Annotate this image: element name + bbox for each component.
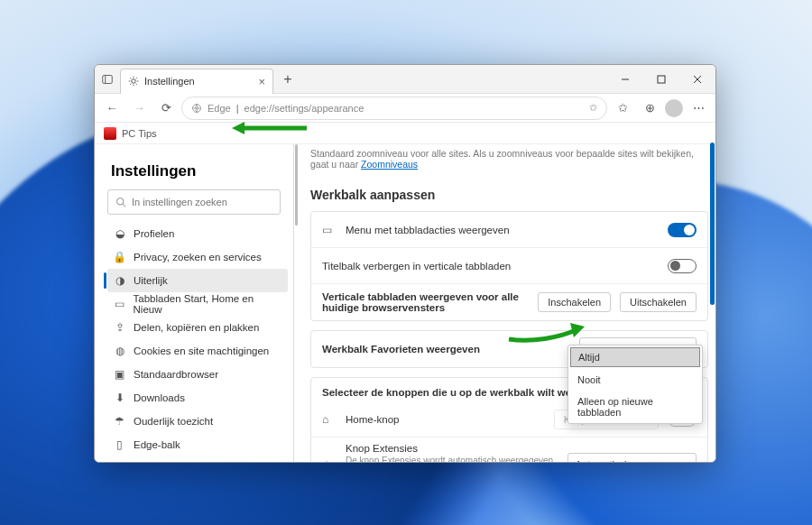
sidebar-item-label: Downloads: [134, 392, 185, 403]
site-info-icon: [191, 103, 202, 114]
settings-search[interactable]: [107, 189, 281, 215]
dropdown-option[interactable]: Altijd: [570, 347, 700, 367]
sidebar-item-paint[interactable]: ◑Uiterlijk: [107, 269, 288, 292]
back-button[interactable]: ←: [100, 97, 124, 120]
home-icon: ⌂: [322, 413, 337, 426]
sidebar-item-family[interactable]: ☂Ouderlijk toezicht: [107, 410, 288, 433]
toggle-hide-title[interactable]: [668, 259, 697, 273]
lock-icon: 🔒: [113, 251, 126, 263]
extensions-icon: ✧: [322, 458, 337, 463]
sidebar-item-label: Profielen: [134, 228, 174, 239]
enable-button[interactable]: Inschakelen: [538, 292, 611, 312]
sidebar-item-edgebar[interactable]: ▯Edge-balk: [107, 433, 288, 456]
page-title: Instellingen: [111, 162, 284, 180]
profile-avatar[interactable]: [665, 99, 683, 117]
extensions-dropdown[interactable]: Automatisch weergeven ⌄: [567, 453, 697, 463]
close-button[interactable]: [679, 65, 715, 94]
row-extensions: ✧ Knop Extensies De knop Extensies wordt…: [311, 438, 707, 462]
sidebar-item-label: Tabbladen Start, Home en Nieuw: [134, 293, 281, 315]
sidebar-item-download[interactable]: ⬇Downloads: [107, 386, 288, 410]
titlebar: Instellingen × +: [95, 65, 715, 94]
sidebar-item-share[interactable]: ⇪Delen, kopiëren en plakken: [107, 316, 288, 339]
browser-window: Instellingen × + ← → ⟳ Edge | edge://set…: [94, 64, 716, 463]
sidebar-item-lock[interactable]: 🔒Privacy, zoeken en services: [107, 245, 288, 269]
svg-rect-0: [103, 75, 113, 83]
tab-icon: ▭: [113, 298, 126, 310]
search-icon: [115, 197, 126, 207]
browser-tab[interactable]: Instellingen ×: [120, 69, 273, 94]
browser-icon: ▣: [113, 368, 126, 381]
zoom-link[interactable]: Zoomniveaus: [361, 159, 418, 170]
sidebar-item-tab[interactable]: ▭Tabbladen Start, Home en Nieuw: [107, 292, 288, 316]
user-icon: ◒: [113, 227, 126, 240]
maximize-button[interactable]: [643, 65, 679, 94]
tab-close-icon[interactable]: ×: [258, 75, 265, 88]
toggle-tab-actions[interactable]: [668, 223, 697, 237]
favorites-dropdown-menu[interactable]: Altijd Nooit Alleen op nieuwe tabbladen: [567, 345, 703, 424]
address-bar[interactable]: Edge | edge://settings/appearance ✩: [181, 97, 607, 120]
sidebar-item-lang[interactable]: AᵇTalen: [107, 456, 288, 462]
row-tab-actions: ▭ Menu met tabbladacties weergeven: [311, 212, 707, 248]
sidebar-item-label: Uiterlijk: [134, 275, 168, 286]
disable-button[interactable]: Uitschakelen: [620, 292, 697, 312]
favorites-icon[interactable]: ✩: [611, 97, 634, 120]
bookmark-favicon: [104, 127, 116, 140]
minimize-button[interactable]: [607, 65, 643, 94]
collections-icon[interactable]: ⊕: [638, 97, 661, 120]
paint-icon: ◑: [113, 274, 126, 287]
sidebar-item-label: Edge-balk: [134, 439, 180, 450]
row-hide-title: Titelbalk verbergen in verticale tabblad…: [311, 248, 707, 284]
tab-title: Instellingen: [144, 76, 253, 87]
dropdown-option[interactable]: Nooit: [568, 369, 702, 391]
tab-actions-icon[interactable]: [95, 74, 120, 85]
menu-button[interactable]: ⋯: [687, 97, 710, 120]
new-tab-button[interactable]: +: [277, 71, 299, 88]
sidebar-item-browser[interactable]: ▣Standaardbrowser: [107, 363, 288, 386]
download-icon: ⬇: [113, 391, 126, 404]
url-text: edge://settings/appearance: [245, 103, 364, 114]
sidebar-item-user[interactable]: ◒Profielen: [107, 222, 288, 245]
settings-sidebar: Instellingen ◒Profielen🔒Privacy, zoeken …: [95, 144, 293, 462]
sidebar-item-cookie[interactable]: ◍Cookies en site machtigingen: [107, 339, 288, 363]
gear-icon: [128, 76, 139, 87]
bookmark-item[interactable]: PC Tips: [122, 128, 157, 139]
cookie-icon: ◍: [113, 345, 126, 357]
bookmarks-bar: PC Tips: [95, 123, 715, 144]
section-heading: Werkbalk aanpassen: [310, 188, 708, 202]
sidebar-item-label: Ouderlijk toezicht: [134, 416, 213, 427]
refresh-button[interactable]: ⟳: [154, 97, 178, 120]
edgebar-icon: ▯: [113, 438, 126, 451]
svg-point-8: [117, 198, 125, 206]
row-vertical-tabs: Verticale tabbladen weergeven voor alle …: [311, 284, 707, 320]
svg-point-2: [132, 79, 136, 84]
settings-main: Standaard zoomniveau voor alle sites. Al…: [298, 144, 715, 462]
read-aloud-icon[interactable]: ✩: [589, 102, 597, 114]
sidebar-item-label: Standaardbrowser: [134, 369, 218, 380]
family-icon: ☂: [113, 415, 126, 428]
toolbar: ← → ⟳ Edge | edge://settings/appearance …: [95, 94, 715, 123]
svg-line-9: [123, 204, 125, 207]
dropdown-option[interactable]: Alleen op nieuwe tabbladen: [568, 391, 702, 423]
sidebar-item-label: Cookies en site machtigingen: [134, 345, 269, 356]
svg-rect-4: [658, 76, 665, 83]
search-input[interactable]: [132, 197, 272, 207]
forward-button: →: [127, 97, 151, 120]
share-icon: ⇪: [113, 321, 126, 334]
engine-label: Edge: [208, 103, 231, 114]
sidebar-item-label: Delen, kopiëren en plakken: [134, 322, 259, 333]
sidebar-item-label: Privacy, zoeken en services: [134, 252, 262, 262]
tab-icon: ▭: [322, 224, 337, 236]
scrollbar[interactable]: [710, 143, 715, 305]
zoom-note: Standaard zoomniveau voor alle sites. Al…: [310, 144, 708, 171]
chevron-down-icon: ⌄: [681, 459, 688, 462]
